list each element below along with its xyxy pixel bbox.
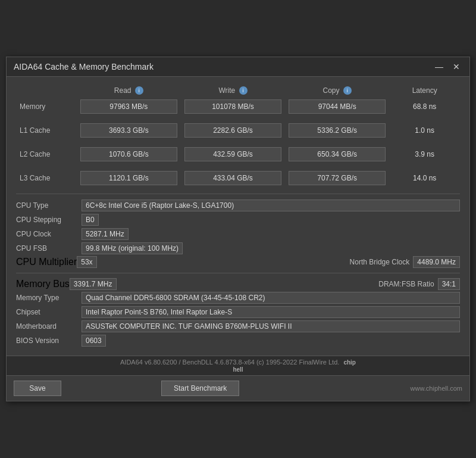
dram-fsb-label: DRAM:FSB Ratio <box>378 280 434 288</box>
bench-row-l2-cache: L2 Cache1070.6 GB/s432.59 GB/s650.34 GB/… <box>16 145 460 164</box>
cpu-stepping-value: B0 <box>82 214 99 226</box>
bench-copy-2: 650.34 GB/s <box>285 145 389 164</box>
bench-read-3: 1120.1 GB/s <box>77 169 181 188</box>
bench-label-2: L2 Cache <box>16 145 77 164</box>
bios-value: 0603 <box>82 335 106 347</box>
bench-latency-1: 1.0 ns <box>389 121 460 140</box>
copy-info-icon[interactable]: i <box>343 86 352 95</box>
bench-copy-box-1: 5336.2 GB/s <box>289 123 386 138</box>
memory-bus-dram-row: Memory Bus 3391.7 MHz DRAM:FSB Ratio 34:… <box>16 278 460 290</box>
motherboard-label: Motherboard <box>16 322 82 331</box>
bench-read-2: 1070.6 GB/s <box>77 145 181 164</box>
bench-spacer-1 <box>16 140 460 145</box>
motherboard-row: Motherboard ASUSTeK COMPUTER INC. TUF GA… <box>16 320 460 333</box>
cpu-fsb-row: CPU FSB 99.8 MHz (original: 100 MHz) <box>16 242 460 255</box>
bench-copy-box-0: 97044 MB/s <box>289 99 386 114</box>
save-button[interactable]: Save <box>14 381 61 396</box>
cpu-stepping-row: CPU Stepping B0 <box>16 213 460 226</box>
bench-row-l1-cache: L1 Cache3693.3 GB/s2282.6 GB/s5336.2 GB/… <box>16 121 460 140</box>
motherboard-value: ASUSTeK COMPUTER INC. TUF GAMING B760M-P… <box>82 320 460 332</box>
bench-latency-2: 3.9 ns <box>389 145 460 164</box>
memory-bus-label: Memory Bus <box>16 279 70 289</box>
bench-row-l3-cache: L3 Cache1120.1 GB/s433.04 GB/s707.72 GB/… <box>16 169 460 188</box>
watermark: www.chiphell.com <box>244 385 462 392</box>
bios-row: BIOS Version 0603 <box>16 334 460 347</box>
bench-write-box-0: 101078 MB/s <box>184 99 281 114</box>
bench-read-box-2: 1070.6 GB/s <box>80 147 177 161</box>
north-bridge-clock-label: North Bridge Clock <box>350 258 410 266</box>
memory-bus-value: 3391.7 MHz <box>70 278 117 290</box>
bench-read-box-1: 3693.3 GB/s <box>80 123 177 138</box>
cpu-stepping-label: CPU Stepping <box>16 216 82 224</box>
content-area: Read i Write i Copy i Latency <box>7 77 469 356</box>
memory-type-row: Memory Type Quad Channel DDR5-6800 SDRAM… <box>16 291 460 304</box>
bench-write-0: 101078 MB/s <box>181 97 285 116</box>
cpu-type-value: 6C+8c Intel Core i5 (Raptor Lake-S, LGA1… <box>82 200 460 211</box>
start-benchmark-button[interactable]: Start Benchmark <box>161 381 239 396</box>
bench-latency-0: 68.8 ns <box>389 97 460 116</box>
bench-latency-3: 14.0 ns <box>389 169 460 188</box>
bios-label: BIOS Version <box>16 337 82 345</box>
bench-spacer-0 <box>16 116 460 121</box>
bench-copy-box-2: 650.34 GB/s <box>289 147 386 161</box>
cpu-fsb-value: 99.8 MHz (original: 100 MHz) <box>82 242 183 254</box>
bench-read-box-3: 1120.1 GB/s <box>80 171 177 185</box>
dram-fsb-value: 34:1 <box>438 278 460 290</box>
button-bar: Save Start Benchmark www.chiphell.com <box>7 375 469 401</box>
cpu-type-label: CPU Type <box>16 201 82 210</box>
cpu-type-row: CPU Type 6C+8c Intel Core i5 (Raptor Lak… <box>16 199 460 212</box>
bench-write-box-2: 432.59 GB/s <box>184 147 281 161</box>
chipset-label: Chipset <box>16 308 82 316</box>
bench-read-1: 3693.3 GB/s <box>77 121 181 140</box>
system-info-section: CPU Type 6C+8c Intel Core i5 (Raptor Lak… <box>16 199 460 347</box>
bench-write-1: 2282.6 GB/s <box>181 121 285 140</box>
bench-write-box-1: 2282.6 GB/s <box>184 123 281 138</box>
footer-bar: AIDA64 v6.80.6200 / BenchDLL 4.6.873.8-x… <box>7 356 469 375</box>
col-header-latency: Latency <box>389 84 460 98</box>
footer-text: AIDA64 v6.80.6200 / BenchDLL 4.6.873.8-x… <box>120 359 339 366</box>
bench-write-3: 433.04 GB/s <box>181 169 285 188</box>
north-bridge-clock-value: 4489.0 MHz <box>413 256 460 268</box>
bench-copy-box-3: 707.72 GB/s <box>289 171 386 185</box>
cpu-clock-value: 5287.1 MHz <box>82 228 129 240</box>
col-header-write: Write i <box>181 84 285 98</box>
bench-label-3: L3 Cache <box>16 169 77 188</box>
bench-label-0: Memory <box>16 97 77 116</box>
cpu-multiplier-value: 53x <box>77 256 96 268</box>
col-header-copy: Copy i <box>285 84 389 98</box>
cpu-fsb-label: CPU FSB <box>16 244 82 253</box>
col-header-read: Read i <box>77 84 181 98</box>
window-controls: — ✕ <box>433 63 462 71</box>
bench-spacer-2 <box>16 164 460 169</box>
cpu-clock-row: CPU Clock 5287.1 MHz <box>16 228 460 241</box>
memory-type-value: Quad Channel DDR5-6800 SDRAM (34-45-45-1… <box>82 292 460 304</box>
cpu-multiplier-label: CPU Multiplier <box>16 257 77 267</box>
bench-copy-3: 707.72 GB/s <box>285 169 389 188</box>
title-bar: AIDA64 Cache & Memory Benchmark — ✕ <box>7 57 469 77</box>
bench-copy-0: 97044 MB/s <box>285 97 389 116</box>
close-button[interactable]: ✕ <box>450 63 462 71</box>
cpu-clock-label: CPU Clock <box>16 230 82 238</box>
chipset-row: Chipset Intel Raptor Point-S B760, Intel… <box>16 306 460 319</box>
chipset-value: Intel Raptor Point-S B760, Intel Raptor … <box>82 306 460 318</box>
write-info-icon[interactable]: i <box>239 86 248 95</box>
window-title: AIDA64 Cache & Memory Benchmark <box>14 62 154 71</box>
bench-read-0: 97963 MB/s <box>77 97 181 116</box>
main-window: AIDA64 Cache & Memory Benchmark — ✕ Read <box>6 57 470 402</box>
bench-label-1: L1 Cache <box>16 121 77 140</box>
bench-write-box-3: 433.04 GB/s <box>184 171 281 185</box>
bench-copy-1: 5336.2 GB/s <box>285 121 389 140</box>
read-info-icon[interactable]: i <box>135 86 143 95</box>
minimize-button[interactable]: — <box>433 63 446 71</box>
bench-read-box-0: 97963 MB/s <box>80 99 177 114</box>
bench-row-memory: Memory97963 MB/s101078 MB/s97044 MB/s68.… <box>16 97 460 116</box>
bench-write-2: 432.59 GB/s <box>181 145 285 164</box>
benchmark-table: Read i Write i Copy i Latency <box>16 84 460 188</box>
cpu-multiplier-nb-row: CPU Multiplier 53x North Bridge Clock 44… <box>16 256 460 268</box>
memory-type-label: Memory Type <box>16 294 82 302</box>
